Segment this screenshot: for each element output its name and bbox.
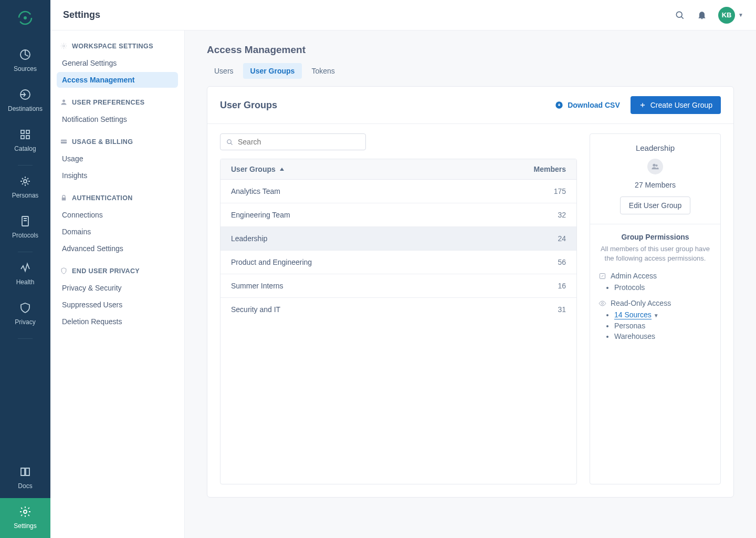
table-row[interactable]: Product and Engineering 56	[220, 251, 576, 274]
download-icon	[555, 101, 563, 109]
search-input[interactable]	[238, 138, 360, 146]
nav-personas[interactable]: Personas	[0, 168, 50, 208]
sidebar-section-usage-billing: USAGE & BILLING	[57, 138, 178, 146]
nav-label: Protocols	[12, 232, 38, 239]
topbar: Settings KB ▼	[50, 0, 756, 30]
svg-rect-5	[26, 130, 29, 133]
nav-label: Personas	[12, 192, 39, 199]
chevron-down-icon: ▼	[654, 313, 659, 318]
sidebar-item-general-settings[interactable]: General Settings	[57, 55, 178, 71]
nav-label: Settings	[14, 522, 36, 530]
sidebar-item-access-management[interactable]: Access Management	[57, 72, 178, 88]
nav-privacy[interactable]: Privacy	[0, 294, 50, 334]
nav-docs[interactable]: Docs	[0, 458, 50, 498]
group-name: Leadership	[600, 143, 711, 152]
svg-point-12	[63, 45, 65, 47]
sidebar-item-suppressed-users[interactable]: Suppressed Users	[57, 297, 178, 313]
sidebar-item-deletion-requests[interactable]: Deletion Requests	[57, 314, 178, 329]
nav-destinations[interactable]: Destinations	[0, 81, 50, 121]
user-groups-table: User Groups Members Analytics Team 175	[220, 159, 577, 484]
list-item: Protocols	[614, 283, 712, 292]
sidebar-section-authentication: AUTHENTICATION	[57, 194, 178, 202]
tab-users[interactable]: Users	[207, 63, 241, 79]
create-user-group-button[interactable]: Create User Group	[631, 96, 721, 114]
nav-label: Privacy	[15, 318, 35, 326]
column-header-members[interactable]: Members	[519, 165, 566, 173]
svg-point-22	[602, 303, 604, 305]
readonly-access-label: Read-Only Access	[598, 299, 712, 307]
tab-tokens[interactable]: Tokens	[304, 63, 342, 79]
table-row[interactable]: Security and IT 31	[220, 298, 576, 321]
chevron-down-icon: ▼	[738, 12, 743, 18]
nav-settings[interactable]: Settings	[0, 498, 50, 538]
nav-divider	[18, 165, 33, 165]
table-row[interactable]: Leadership 24	[220, 227, 576, 251]
svg-point-19	[653, 164, 655, 167]
column-header-name[interactable]: User Groups	[231, 165, 519, 173]
admin-access-list: Protocols	[598, 283, 712, 292]
sidebar-item-usage[interactable]: Usage	[57, 151, 178, 167]
sidebar-item-insights[interactable]: Insights	[57, 168, 178, 183]
nav-sources[interactable]: Sources	[0, 41, 50, 81]
nav-divider	[18, 252, 33, 252]
logo-icon	[17, 9, 34, 26]
nav-label: Destinations	[8, 105, 43, 112]
search-icon	[226, 138, 234, 146]
svg-rect-7	[26, 136, 29, 139]
download-csv-button[interactable]: Download CSV	[555, 101, 620, 109]
content-area: Access Management Users User Groups Toke…	[185, 30, 756, 538]
page-title: Access Management	[207, 44, 734, 56]
table-row[interactable]: Analytics Team 175	[220, 180, 576, 203]
list-item: Personas	[614, 322, 712, 330]
nav-protocols[interactable]: Protocols	[0, 208, 50, 247]
page-heading: Settings	[63, 9, 100, 20]
sidebar-item-domains[interactable]: Domains	[57, 224, 178, 240]
group-avatar-icon	[647, 159, 663, 174]
tab-user-groups[interactable]: User Groups	[243, 63, 302, 79]
svg-rect-15	[61, 141, 67, 141]
sidebar-item-privacy-security[interactable]: Privacy & Security	[57, 280, 178, 296]
nav-rail: Sources Destinations Catalog Personas Pr…	[0, 0, 50, 538]
permissions-header: Group Permissions	[598, 233, 712, 241]
nav-divider	[18, 338, 33, 339]
group-detail-panel: Leadership 27 Members Edit User Group Gr…	[590, 133, 721, 484]
table-row[interactable]: Summer Interns 16	[220, 274, 576, 298]
bell-icon[interactable]	[696, 9, 708, 21]
nav-health[interactable]: Health	[0, 254, 50, 294]
user-groups-card: User Groups Download CSV Create User Gro…	[207, 86, 734, 498]
admin-access-label: Admin Access	[598, 272, 712, 280]
user-menu[interactable]: KB ▼	[718, 7, 743, 24]
nav-label: Catalog	[14, 145, 36, 152]
svg-point-20	[656, 164, 658, 167]
sidebar-item-notification-settings[interactable]: Notification Settings	[57, 111, 178, 127]
sidebar-section-user-preferences: USER PREFERENCES	[57, 98, 178, 106]
nav-label: Health	[16, 278, 35, 286]
sidebar-section-workspace: WORKSPACE SETTINGS	[57, 42, 178, 50]
svg-rect-9	[22, 216, 28, 226]
search-input-wrapper[interactable]	[220, 133, 366, 150]
svg-rect-6	[21, 136, 24, 139]
settings-sidebar: WORKSPACE SETTINGS General Settings Acce…	[50, 30, 185, 538]
svg-point-13	[62, 100, 65, 102]
search-icon[interactable]	[674, 9, 686, 21]
svg-point-18	[227, 139, 232, 143]
sidebar-item-advanced-settings[interactable]: Advanced Settings	[57, 241, 178, 256]
nav-label: Sources	[14, 65, 37, 73]
svg-point-8	[24, 180, 27, 183]
svg-point-1	[24, 16, 27, 19]
nav-label: Docs	[18, 482, 32, 490]
sidebar-section-end-user-privacy: END USER PRIVACY	[57, 267, 178, 275]
edit-user-group-button[interactable]: Edit User Group	[620, 196, 690, 214]
card-title: User Groups	[220, 100, 277, 111]
svg-point-10	[24, 510, 27, 513]
nav-catalog[interactable]: Catalog	[0, 121, 50, 161]
svg-rect-16	[62, 198, 66, 201]
list-item[interactable]: 14 Sources▼	[614, 311, 712, 319]
edit-icon	[598, 272, 606, 280]
list-item: Warehouses	[614, 332, 712, 340]
sort-ascending-icon	[280, 168, 284, 171]
readonly-access-list: 14 Sources▼ Personas Warehouses	[598, 311, 712, 340]
svg-rect-4	[21, 130, 24, 133]
table-row[interactable]: Engineering Team 32	[220, 203, 576, 227]
sidebar-item-connections[interactable]: Connections	[57, 207, 178, 223]
